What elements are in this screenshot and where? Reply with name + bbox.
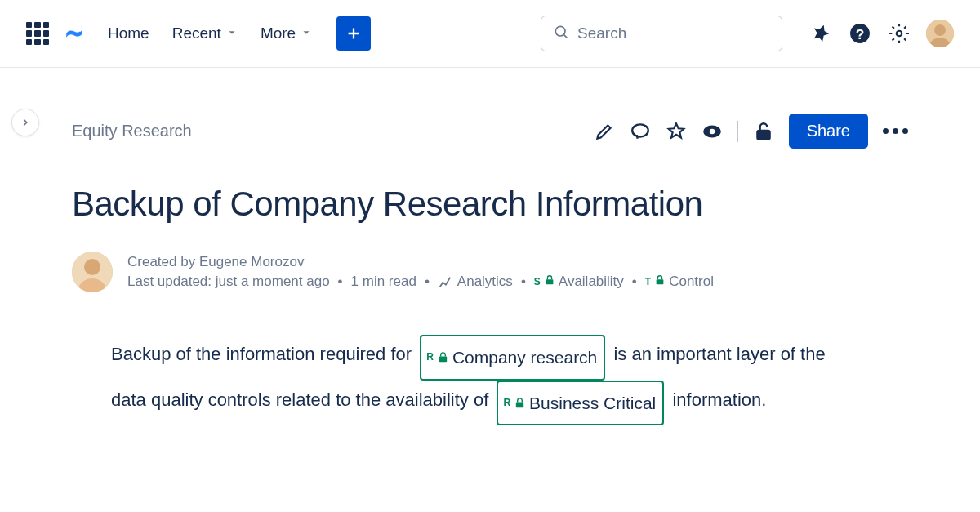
svg-rect-17 [516,402,523,407]
app-switcher-icon[interactable] [26,22,49,45]
read-time: 1 min read [351,274,416,290]
share-button[interactable]: Share [789,114,868,149]
svg-rect-15 [657,279,664,284]
svg-point-9 [709,128,715,134]
separator: • [632,274,637,290]
settings-icon[interactable] [887,21,911,46]
nav-more[interactable]: More [261,24,312,42]
breadcrumb[interactable]: Equity Research [72,122,192,140]
availability-tag[interactable]: S Availability [534,274,624,290]
separator: • [425,274,430,290]
comment-icon[interactable] [630,121,651,142]
chevron-down-icon [301,24,312,42]
edit-icon[interactable] [594,121,615,142]
user-avatar[interactable] [926,20,954,47]
confluence-logo-icon[interactable] [64,23,85,44]
analytics-link[interactable]: Analytics [438,274,513,290]
svg-point-3 [897,31,902,37]
notifications-icon[interactable] [808,21,833,46]
help-icon[interactable]: ? [848,21,872,46]
svg-point-5 [934,24,946,36]
svg-text:?: ? [856,26,865,42]
nav-home[interactable]: Home [108,24,149,42]
last-updated: Last updated: just a moment ago [127,274,330,290]
more-actions-icon[interactable] [883,128,908,134]
svg-point-7 [632,124,648,136]
page-title: Backup of Company Research Information [72,185,908,224]
inline-label-business-critical[interactable]: R Business Critical [497,381,664,425]
search-input-container[interactable] [541,16,782,51]
separator: • [338,274,343,290]
chevron-down-icon [226,24,238,42]
lock-icon [514,384,526,422]
restrictions-icon[interactable] [753,121,774,142]
divider [737,121,738,142]
lock-icon [437,338,449,376]
svg-point-0 [555,26,565,36]
search-input[interactable] [577,24,770,42]
control-tag[interactable]: T Control [645,274,714,290]
create-button[interactable] [336,16,371,51]
analytics-icon [438,274,452,289]
svg-rect-16 [439,357,447,363]
separator: • [521,274,526,290]
lock-icon [654,274,666,290]
search-icon [553,24,569,43]
watch-icon[interactable] [702,121,723,142]
star-icon[interactable] [666,121,687,142]
svg-rect-10 [757,130,769,139]
lock-icon [544,274,555,290]
top-nav: Home Recent More ? [0,0,980,68]
nav-recent[interactable]: Recent [172,24,238,42]
inline-label-company-research[interactable]: R Company research [420,335,605,380]
svg-point-12 [84,259,100,275]
page-body: Backup of the information required for R… [72,335,856,425]
author-avatar[interactable] [72,252,113,292]
sidebar-toggle-button[interactable] [11,109,39,136]
svg-rect-14 [546,279,553,284]
author-line: Created by Eugene Morozov [127,254,714,270]
